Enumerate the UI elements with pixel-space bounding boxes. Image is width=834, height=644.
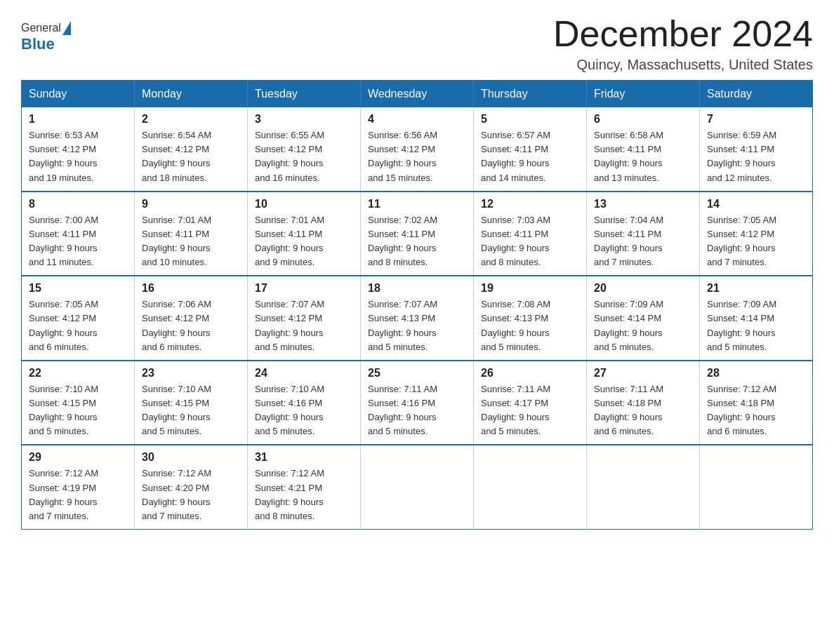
day-info: Sunrise: 6:54 AMSunset: 4:12 PMDaylight:… [142,128,240,185]
day-number: 31 [255,451,353,464]
weekday-header-thursday: Thursday [474,81,587,108]
calendar-cell: 25Sunrise: 7:11 AMSunset: 4:16 PMDayligh… [361,361,474,445]
calendar-cell: 6Sunrise: 6:58 AMSunset: 4:11 PMDaylight… [587,107,700,192]
calendar-cell: 14Sunrise: 7:05 AMSunset: 4:12 PMDayligh… [700,192,813,276]
day-number: 25 [368,367,466,380]
day-number: 15 [29,282,127,295]
day-info: Sunrise: 7:12 AMSunset: 4:20 PMDaylight:… [142,467,240,523]
day-info: Sunrise: 6:57 AMSunset: 4:11 PMDaylight:… [481,128,579,185]
day-info: Sunrise: 7:12 AMSunset: 4:21 PMDaylight:… [255,467,353,523]
calendar-week-row: 15Sunrise: 7:05 AMSunset: 4:12 PMDayligh… [22,276,813,361]
calendar-cell [361,445,474,529]
calendar-cell: 17Sunrise: 7:07 AMSunset: 4:12 PMDayligh… [248,276,361,361]
calendar-table: SundayMondayTuesdayWednesdayThursdayFrid… [21,80,813,530]
day-info: Sunrise: 6:56 AMSunset: 4:12 PMDaylight:… [368,128,466,185]
day-number: 11 [368,198,466,210]
calendar-cell: 29Sunrise: 7:12 AMSunset: 4:19 PMDayligh… [22,445,135,529]
day-number: 20 [594,282,692,295]
day-number: 12 [481,198,579,210]
calendar-cell: 13Sunrise: 7:04 AMSunset: 4:11 PMDayligh… [587,192,700,276]
day-number: 28 [707,367,805,380]
calendar-cell: 20Sunrise: 7:09 AMSunset: 4:14 PMDayligh… [587,276,700,361]
calendar-cell: 24Sunrise: 7:10 AMSunset: 4:16 PMDayligh… [248,361,361,445]
day-info: Sunrise: 7:12 AMSunset: 4:19 PMDaylight:… [29,467,127,523]
calendar-cell: 4Sunrise: 6:56 AMSunset: 4:12 PMDaylight… [361,107,474,192]
calendar-week-row: 1Sunrise: 6:53 AMSunset: 4:12 PMDaylight… [22,107,813,192]
day-info: Sunrise: 6:59 AMSunset: 4:11 PMDaylight:… [707,128,805,185]
calendar-cell: 8Sunrise: 7:00 AMSunset: 4:11 PMDaylight… [22,192,135,276]
logo-triangle-icon [62,21,71,35]
calendar-cell: 28Sunrise: 7:12 AMSunset: 4:18 PMDayligh… [700,361,813,445]
day-info: Sunrise: 7:01 AMSunset: 4:11 PMDaylight:… [255,213,353,270]
day-info: Sunrise: 7:04 AMSunset: 4:11 PMDaylight:… [594,213,692,270]
calendar-cell: 2Sunrise: 6:54 AMSunset: 4:12 PMDaylight… [135,107,248,192]
calendar-cell: 31Sunrise: 7:12 AMSunset: 4:21 PMDayligh… [248,445,361,529]
calendar-cell: 18Sunrise: 7:07 AMSunset: 4:13 PMDayligh… [361,276,474,361]
day-info: Sunrise: 7:01 AMSunset: 4:11 PMDaylight:… [142,213,240,270]
logo: General Blue [21,14,72,53]
calendar-cell [587,445,700,529]
calendar-cell: 30Sunrise: 7:12 AMSunset: 4:20 PMDayligh… [135,445,248,529]
calendar-cell: 19Sunrise: 7:08 AMSunset: 4:13 PMDayligh… [474,276,587,361]
calendar-cell: 11Sunrise: 7:02 AMSunset: 4:11 PMDayligh… [361,192,474,276]
day-info: Sunrise: 7:05 AMSunset: 4:12 PMDaylight:… [29,297,127,354]
calendar-cell: 15Sunrise: 7:05 AMSunset: 4:12 PMDayligh… [22,276,135,361]
day-info: Sunrise: 6:53 AMSunset: 4:12 PMDaylight:… [29,128,127,185]
day-info: Sunrise: 7:09 AMSunset: 4:14 PMDaylight:… [594,297,692,354]
day-number: 6 [594,113,692,126]
day-number: 26 [481,367,579,380]
day-number: 21 [707,282,805,295]
day-info: Sunrise: 7:10 AMSunset: 4:16 PMDaylight:… [255,382,353,439]
page-title: December 2024 [553,14,813,54]
day-number: 7 [707,113,805,126]
day-number: 29 [29,451,127,464]
calendar-week-row: 22Sunrise: 7:10 AMSunset: 4:15 PMDayligh… [22,361,813,445]
day-info: Sunrise: 7:00 AMSunset: 4:11 PMDaylight:… [29,213,127,270]
day-info: Sunrise: 7:10 AMSunset: 4:15 PMDaylight:… [29,382,127,439]
day-number: 16 [142,282,240,295]
weekday-header-saturday: Saturday [700,81,813,108]
title-block: December 2024 Quincy, Massachusetts, Uni… [553,14,813,73]
calendar-cell: 21Sunrise: 7:09 AMSunset: 4:14 PMDayligh… [700,276,813,361]
page-header: General Blue December 2024 Quincy, Massa… [21,14,813,73]
weekday-header-sunday: Sunday [22,81,135,108]
day-number: 10 [255,198,353,210]
weekday-header-friday: Friday [587,81,700,108]
weekday-header-tuesday: Tuesday [248,81,361,108]
day-info: Sunrise: 7:06 AMSunset: 4:12 PMDaylight:… [142,297,240,354]
day-number: 24 [255,367,353,380]
day-info: Sunrise: 6:55 AMSunset: 4:12 PMDaylight:… [255,128,353,185]
day-number: 3 [255,113,353,126]
calendar-cell: 26Sunrise: 7:11 AMSunset: 4:17 PMDayligh… [474,361,587,445]
calendar-cell [700,445,813,529]
day-number: 14 [707,198,805,210]
weekday-header-row: SundayMondayTuesdayWednesdayThursdayFrid… [22,81,813,108]
calendar-cell: 3Sunrise: 6:55 AMSunset: 4:12 PMDaylight… [248,107,361,192]
day-number: 2 [142,113,240,126]
weekday-header-monday: Monday [135,81,248,108]
calendar-cell: 27Sunrise: 7:11 AMSunset: 4:18 PMDayligh… [587,361,700,445]
logo-general-text: General [21,22,61,34]
day-number: 18 [368,282,466,295]
calendar-cell [474,445,587,529]
day-info: Sunrise: 6:58 AMSunset: 4:11 PMDaylight:… [594,128,692,185]
calendar-cell: 1Sunrise: 6:53 AMSunset: 4:12 PMDaylight… [22,107,135,192]
calendar-cell: 22Sunrise: 7:10 AMSunset: 4:15 PMDayligh… [22,361,135,445]
day-number: 30 [142,451,240,464]
day-number: 22 [29,367,127,380]
day-number: 8 [29,198,127,210]
logo-blue-text: Blue [21,35,55,53]
page-subtitle: Quincy, Massachusetts, United States [553,57,813,73]
day-number: 5 [481,113,579,126]
calendar-cell: 10Sunrise: 7:01 AMSunset: 4:11 PMDayligh… [248,192,361,276]
calendar-week-row: 8Sunrise: 7:00 AMSunset: 4:11 PMDaylight… [22,192,813,276]
day-info: Sunrise: 7:03 AMSunset: 4:11 PMDaylight:… [481,213,579,270]
weekday-header-wednesday: Wednesday [361,81,474,108]
calendar-week-row: 29Sunrise: 7:12 AMSunset: 4:19 PMDayligh… [22,445,813,529]
calendar-cell: 12Sunrise: 7:03 AMSunset: 4:11 PMDayligh… [474,192,587,276]
calendar-cell: 9Sunrise: 7:01 AMSunset: 4:11 PMDaylight… [135,192,248,276]
day-info: Sunrise: 7:07 AMSunset: 4:13 PMDaylight:… [368,297,466,354]
day-info: Sunrise: 7:02 AMSunset: 4:11 PMDaylight:… [368,213,466,270]
calendar-cell: 7Sunrise: 6:59 AMSunset: 4:11 PMDaylight… [700,107,813,192]
day-info: Sunrise: 7:12 AMSunset: 4:18 PMDaylight:… [707,382,805,439]
